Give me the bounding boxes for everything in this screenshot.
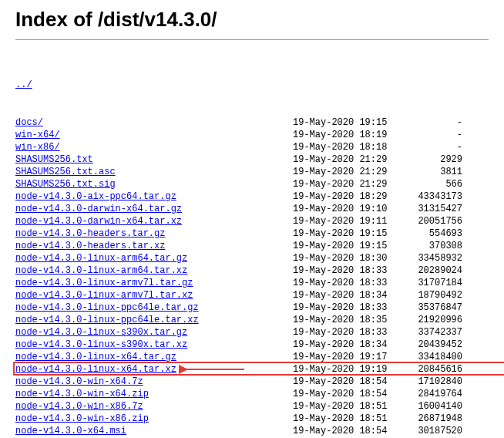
file-row: node-v14.3.0-headers.tar.xz19-May-2020 1… <box>15 240 489 252</box>
file-date: 19-May-2020 19:17 <box>293 351 393 363</box>
file-link[interactable]: node-v14.3.0-linux-ppc64le.tar.xz <box>15 315 199 325</box>
file-row: SHASUMS256.txt19-May-2020 21:292929 <box>15 153 489 166</box>
parent-dir-row: ../ <box>15 79 489 91</box>
file-link[interactable]: node-v14.3.0-linux-armv7l.tar.gz <box>15 278 193 288</box>
parent-dir-link[interactable]: ../ <box>15 79 32 90</box>
file-date: 19-May-2020 18:54 <box>293 388 393 400</box>
file-row: node-v14.3.0-win-x64.7z19-May-2020 18:54… <box>15 376 489 388</box>
file-link[interactable]: node-v14.3.0-win-x86.zip <box>15 413 149 424</box>
file-link[interactable]: node-v14.3.0-linux-arm64.tar.xz <box>15 265 187 276</box>
file-link[interactable]: node-v14.3.0-darwin-x64.tar.gz <box>15 204 182 214</box>
file-size: 43343173 <box>393 190 462 203</box>
file-row: node-v14.3.0-darwin-x64.tar.xz19-May-202… <box>15 215 489 227</box>
file-link[interactable]: node-v14.3.0-linux-x64.tar.xz <box>15 364 176 375</box>
page-title: Index of /dist/v14.3.0/ <box>15 8 489 32</box>
file-size: 2929 <box>393 153 462 166</box>
file-date: 19-May-2020 21:29 <box>293 178 393 190</box>
file-date: 19-May-2020 18:35 <box>293 314 393 326</box>
file-size: 28419764 <box>393 388 462 400</box>
file-size: 26871948 <box>393 413 462 425</box>
file-link[interactable]: SHASUMS256.txt.sig <box>15 179 116 190</box>
file-row: node-v14.3.0-linux-armv7l.tar.xz19-May-2… <box>15 289 489 302</box>
file-link[interactable]: win-x86/ <box>15 142 60 153</box>
file-row: SHASUMS256.txt.asc19-May-2020 21:293811 <box>15 166 489 178</box>
file-size: 21920996 <box>393 314 462 326</box>
file-link[interactable]: node-v14.3.0-headers.tar.gz <box>15 228 165 239</box>
file-row: node-v14.3.0-win-x64.zip19-May-2020 18:5… <box>15 388 489 400</box>
file-date: 19-May-2020 19:15 <box>293 116 393 129</box>
file-link[interactable]: docs/ <box>15 117 43 128</box>
file-link[interactable]: node-v14.3.0-linux-ppc64le.tar.gz <box>15 302 199 313</box>
file-date: 19-May-2020 18:33 <box>293 326 393 339</box>
file-size: 20051756 <box>393 215 462 227</box>
file-row: SHASUMS256.txt.sig19-May-2020 21:29566 <box>15 178 489 190</box>
file-size: 31315427 <box>393 203 462 215</box>
file-listing: ../ docs/19-May-2020 19:15-win-x64/19-Ma… <box>15 54 489 438</box>
file-link[interactable]: node-v14.3.0-x64.msi <box>15 426 126 436</box>
file-size: 17102840 <box>393 376 462 388</box>
file-row: node-v14.3.0-win-x86.zip19-May-2020 18:5… <box>15 413 489 425</box>
file-row: win-x86/19-May-2020 18:18- <box>15 141 489 153</box>
file-link[interactable]: node-v14.3.0-aix-ppc64.tar.gz <box>15 191 176 202</box>
divider <box>15 39 489 40</box>
file-size: 20289024 <box>393 264 462 277</box>
file-date: 19-May-2020 18:18 <box>293 141 393 153</box>
file-size: 20439452 <box>393 339 462 351</box>
file-date: 19-May-2020 19:11 <box>293 215 393 227</box>
file-date: 19-May-2020 19:15 <box>293 240 393 252</box>
file-link[interactable]: node-v14.3.0-win-x64.7z <box>15 376 143 387</box>
file-row: node-v14.3.0-linux-s390x.tar.xz19-May-20… <box>15 339 489 351</box>
file-row: win-x64/19-May-2020 18:19- <box>15 129 489 141</box>
file-row: node-v14.3.0-linux-armv7l.tar.gz19-May-2… <box>15 277 489 289</box>
file-link[interactable]: node-v14.3.0-linux-armv7l.tar.xz <box>15 290 193 301</box>
file-row: node-v14.3.0-win-x86.7z19-May-2020 18:51… <box>15 400 489 413</box>
file-link[interactable]: node-v14.3.0-linux-s390x.tar.xz <box>15 339 187 350</box>
file-row: node-v14.3.0-linux-arm64.tar.gz19-May-20… <box>15 252 489 264</box>
file-date: 19-May-2020 18:51 <box>293 400 393 413</box>
file-row: docs/19-May-2020 19:15- <box>15 116 489 129</box>
file-row: node-v14.3.0-aix-ppc64.tar.gz19-May-2020… <box>15 190 489 203</box>
file-date: 19-May-2020 18:54 <box>293 376 393 388</box>
file-date: 19-May-2020 18:33 <box>293 302 393 314</box>
file-row: node-v14.3.0-linux-ppc64le.tar.xz19-May-… <box>15 314 489 326</box>
file-row: node-v14.3.0-x64.msi19-May-2020 18:54301… <box>15 425 489 437</box>
file-date: 19-May-2020 18:29 <box>293 190 393 203</box>
file-link[interactable]: SHASUMS256.txt <box>15 154 93 165</box>
file-date: 19-May-2020 19:15 <box>293 227 393 240</box>
file-link[interactable]: node-v14.3.0-headers.tar.xz <box>15 241 165 251</box>
file-row: node-v14.3.0-linux-x64.tar.xz19-May-2020… <box>15 363 489 376</box>
file-link[interactable]: node-v14.3.0-linux-x64.tar.gz <box>15 352 176 362</box>
file-date: 19-May-2020 18:19 <box>293 129 393 141</box>
file-size: 370308 <box>393 240 462 252</box>
file-link[interactable]: win-x64/ <box>15 130 60 140</box>
file-row: node-v14.3.0-linux-s390x.tar.gz19-May-20… <box>15 326 489 339</box>
file-size: 16004140 <box>393 400 462 413</box>
file-link[interactable]: SHASUMS256.txt.asc <box>15 167 116 177</box>
file-size: 35376847 <box>393 302 462 314</box>
file-date: 19-May-2020 18:34 <box>293 339 393 351</box>
file-size: 31707184 <box>393 277 462 289</box>
file-size: - <box>393 116 462 129</box>
file-size: 33458932 <box>393 252 462 264</box>
file-date: 19-May-2020 21:29 <box>293 153 393 166</box>
file-size: 33742337 <box>393 326 462 339</box>
file-link[interactable]: node-v14.3.0-linux-arm64.tar.gz <box>15 253 187 264</box>
file-link[interactable]: node-v14.3.0-win-x64.zip <box>15 389 149 399</box>
file-row: node-v14.3.0-linux-arm64.tar.xz19-May-20… <box>15 264 489 277</box>
file-link[interactable]: node-v14.3.0-darwin-x64.tar.xz <box>15 216 182 227</box>
file-date: 19-May-2020 18:34 <box>293 289 393 302</box>
file-size: - <box>393 141 462 153</box>
file-size: 3811 <box>393 166 462 178</box>
file-row: node-v14.3.0-linux-x64.tar.gz19-May-2020… <box>15 351 489 363</box>
file-link[interactable]: node-v14.3.0-linux-s390x.tar.gz <box>15 327 187 338</box>
file-date: 19-May-2020 18:54 <box>293 425 393 437</box>
file-row: node-v14.3.0-headers.tar.gz19-May-2020 1… <box>15 227 489 240</box>
file-date: 19-May-2020 18:33 <box>293 277 393 289</box>
file-size: 33418400 <box>393 351 462 363</box>
file-date: 19-May-2020 18:33 <box>293 264 393 277</box>
file-date: 19-May-2020 18:51 <box>293 413 393 425</box>
file-size: 566 <box>393 178 462 190</box>
file-date: 19-May-2020 19:10 <box>293 203 393 215</box>
file-link[interactable]: node-v14.3.0-win-x86.7z <box>15 401 143 412</box>
file-size: 554693 <box>393 227 462 240</box>
